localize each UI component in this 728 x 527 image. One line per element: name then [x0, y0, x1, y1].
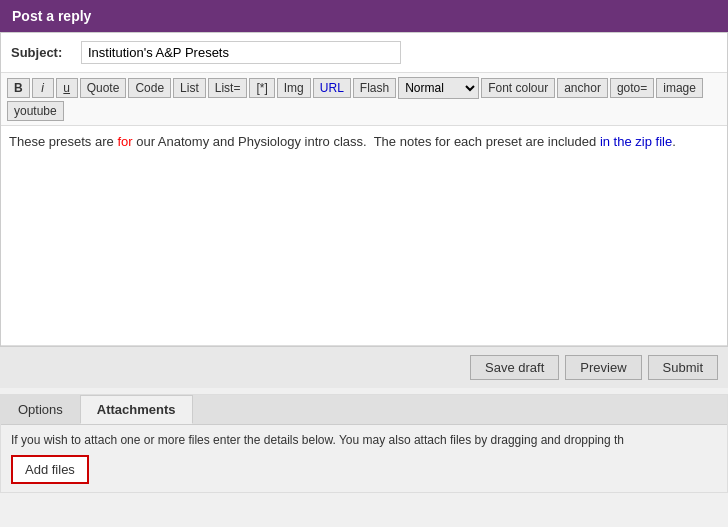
submit-button[interactable]: Submit [648, 355, 718, 380]
editor-toolbar: B i u Quote Code List List= [*] Img URL … [1, 73, 727, 126]
subject-label: Subject: [11, 45, 71, 60]
anchor-button[interactable]: anchor [557, 78, 608, 98]
reply-header: Post a reply [0, 0, 728, 32]
list-button[interactable]: List [173, 78, 206, 98]
action-row: Save draft Preview Submit [0, 347, 728, 388]
asterisk-button[interactable]: [*] [249, 78, 274, 98]
tab-options[interactable]: Options [1, 395, 80, 424]
subject-input[interactable] [81, 41, 401, 64]
tabs-section: Options Attachments If you wish to attac… [0, 394, 728, 493]
save-draft-button[interactable]: Save draft [470, 355, 559, 380]
italic-button[interactable]: i [32, 78, 54, 98]
quote-button[interactable]: Quote [80, 78, 127, 98]
tab-content-attachments: If you wish to attach one or more files … [1, 425, 727, 492]
bold-button[interactable]: B [7, 78, 30, 98]
img-button[interactable]: Img [277, 78, 311, 98]
goto-button[interactable]: goto= [610, 78, 654, 98]
url-button[interactable]: URL [313, 78, 351, 98]
add-files-button[interactable]: Add files [11, 455, 89, 484]
preview-button[interactable]: Preview [565, 355, 641, 380]
underline-button[interactable]: u [56, 78, 78, 98]
editor-text-red: for [117, 134, 132, 149]
editor-area[interactable]: These presets are for our Anatomy and Ph… [1, 126, 727, 346]
attachments-info-text: If you wish to attach one or more files … [11, 433, 717, 447]
reply-header-title: Post a reply [12, 8, 91, 24]
font-colour-button[interactable]: Font colour [481, 78, 555, 98]
page-wrapper: Post a reply Subject: B i u Quote Code L… [0, 0, 728, 527]
code-button[interactable]: Code [128, 78, 171, 98]
image-button[interactable]: image [656, 78, 703, 98]
tab-attachments[interactable]: Attachments [80, 395, 193, 424]
flash-button[interactable]: Flash [353, 78, 396, 98]
editor-text-blue: in the zip file [600, 134, 672, 149]
format-select[interactable]: Normal Heading 1 Heading 2 Heading 3 [398, 77, 479, 99]
reply-form: Subject: B i u Quote Code List List= [*]… [0, 32, 728, 347]
list-equals-button[interactable]: List= [208, 78, 248, 98]
editor-content: These presets are for our Anatomy and Ph… [9, 134, 676, 149]
youtube-button[interactable]: youtube [7, 101, 64, 121]
tabs-header: Options Attachments [1, 395, 727, 425]
subject-row: Subject: [1, 33, 727, 73]
